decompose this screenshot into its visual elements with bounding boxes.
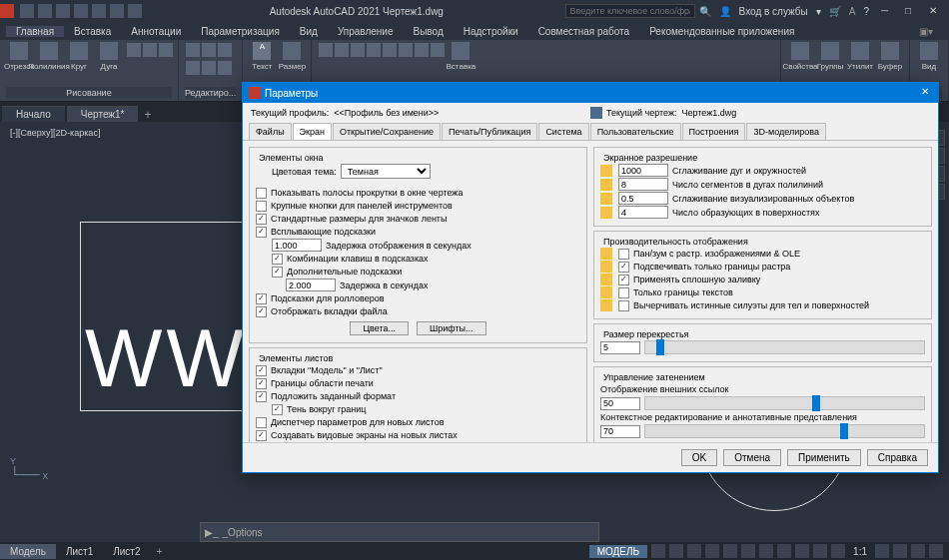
search-icon[interactable]: 🔍 [699, 6, 711, 17]
cb-silhouettes[interactable] [618, 300, 629, 311]
qat-save-icon[interactable] [56, 4, 70, 18]
tab-parametric[interactable]: Параметризация [191, 26, 290, 37]
cb-model-tabs[interactable] [256, 365, 267, 376]
status-full-icon[interactable] [911, 544, 925, 558]
command-line[interactable]: ▶_ _Options [200, 522, 599, 542]
status-tr-icon[interactable] [795, 544, 809, 558]
modify-icon[interactable] [202, 43, 216, 57]
tab-insert[interactable]: Вставка [64, 26, 121, 37]
status-osnap-icon[interactable] [723, 544, 737, 558]
status-gear-icon[interactable] [875, 544, 889, 558]
app-logo-icon[interactable] [0, 4, 14, 18]
opt-tab-3d[interactable]: 3D-моделирова [746, 123, 825, 140]
tab-annotate[interactable]: Аннотации [121, 26, 191, 37]
layer-icon[interactable] [351, 43, 365, 57]
view-button[interactable]: Вид [916, 42, 942, 78]
status-otrack-icon[interactable] [741, 544, 755, 558]
qat-redo-icon[interactable] [110, 4, 124, 18]
help-button[interactable]: Справка [867, 449, 928, 466]
search-input[interactable] [565, 4, 695, 18]
color-theme-select[interactable]: Темная [341, 164, 431, 179]
layer-icon[interactable] [335, 43, 349, 57]
clipboard-button[interactable]: Буфер [877, 42, 903, 78]
opt-tab-files[interactable]: Файлы [249, 123, 292, 140]
text-button[interactable]: AТекст [249, 42, 275, 78]
qat-undo-icon[interactable] [92, 4, 106, 18]
layer-icon[interactable] [367, 43, 381, 57]
cb-scrollbars[interactable] [256, 188, 267, 199]
hatch-icon[interactable] [143, 43, 157, 57]
window-maximize-icon[interactable]: □ [905, 5, 917, 17]
opt-tab-plot[interactable]: Печать/Публикация [442, 123, 537, 140]
layout-tab-2[interactable]: Лист2 [103, 544, 150, 559]
qat-open-icon[interactable] [38, 4, 52, 18]
status-sc-icon[interactable] [831, 544, 845, 558]
layout-tab-add[interactable]: + [151, 546, 169, 557]
status-scale[interactable]: 1:1 [849, 546, 871, 557]
insert-button[interactable]: Вставка [448, 42, 474, 78]
cb-ext-tips[interactable] [272, 267, 283, 278]
modify-icon[interactable] [186, 61, 200, 75]
opt-tab-display[interactable]: Экран [293, 123, 332, 140]
cb-filetabs[interactable] [256, 306, 267, 317]
slider-ctx[interactable] [644, 424, 925, 438]
qat-saveas-icon[interactable] [74, 4, 88, 18]
layout-tab-model[interactable]: Модель [0, 544, 56, 559]
tab-collab[interactable]: Совместная работа [528, 26, 640, 37]
doc-tab-add[interactable]: + [138, 108, 157, 122]
login-icon[interactable]: 👤 [719, 6, 731, 17]
cb-tooltips[interactable] [256, 227, 267, 238]
layout-tab-1[interactable]: Лист1 [56, 544, 103, 559]
layer-icon[interactable] [399, 43, 413, 57]
window-close-icon[interactable]: ✕ [929, 5, 941, 17]
opt-tab-user[interactable]: Пользовательские [590, 123, 681, 140]
tab-home[interactable]: Главная [6, 26, 64, 37]
arc-button[interactable]: Дуга [96, 42, 122, 78]
cb-textframe[interactable] [618, 287, 629, 298]
tab-view[interactable]: Вид [290, 26, 328, 37]
status-lw-icon[interactable] [777, 544, 791, 558]
layer-icon[interactable] [319, 43, 333, 57]
slider-xref[interactable] [644, 396, 925, 410]
cb-solidfill[interactable] [618, 275, 629, 285]
status-qp-icon[interactable] [813, 544, 827, 558]
inp-crosshair[interactable] [600, 341, 640, 354]
cb-printarea[interactable] [256, 378, 267, 389]
inp-tooltip-delay[interactable] [272, 239, 322, 252]
help-icon[interactable]: ? [863, 6, 869, 17]
panel-title-draw[interactable]: Рисование [6, 87, 172, 99]
line-button[interactable]: Отрезок [6, 42, 32, 78]
viewport-label[interactable]: [-][Сверху][2D-каркас] [10, 128, 100, 138]
panel-title-modify[interactable]: Редактиро... [185, 87, 236, 99]
properties-button[interactable]: Свойства [787, 42, 813, 78]
cancel-button[interactable]: Отмена [723, 449, 781, 466]
ellipse-icon[interactable] [159, 43, 173, 57]
inp-ext-delay[interactable] [286, 279, 336, 291]
inp-ctx-fade[interactable] [600, 425, 640, 438]
status-iso-icon[interactable] [893, 544, 907, 558]
cb-shortcut-tips[interactable] [272, 254, 283, 265]
status-polar-icon[interactable] [705, 544, 719, 558]
layer-icon[interactable] [383, 43, 397, 57]
opt-tab-opensave[interactable]: Открытие/Сохранение [333, 123, 441, 140]
inp-xref-fade[interactable] [600, 397, 640, 410]
layer-icon[interactable] [431, 43, 445, 57]
doc-tab-start[interactable]: Начало [2, 106, 65, 122]
rect-icon[interactable] [127, 43, 141, 57]
ribbon-collapse-icon[interactable]: ▣▾ [909, 26, 943, 37]
utilities-button[interactable]: Утилит [847, 42, 873, 78]
polyline-button[interactable]: Полилиния [36, 42, 62, 78]
chevron-down-icon[interactable]: ▾ [816, 6, 821, 17]
doc-tab-drawing[interactable]: Чертеж1* [67, 106, 139, 122]
qat-print-icon[interactable] [128, 4, 142, 18]
status-snap-icon[interactable] [669, 544, 683, 558]
modify-icon[interactable] [218, 43, 232, 57]
modify-icon[interactable] [218, 61, 232, 75]
status-dyn-icon[interactable] [759, 544, 773, 558]
cb-rasterframe[interactable] [618, 262, 629, 273]
status-model[interactable]: МОДЕЛЬ [589, 545, 647, 558]
layer-icon[interactable] [415, 43, 429, 57]
window-minimize-icon[interactable]: ─ [881, 5, 893, 17]
opt-tab-draft[interactable]: Построения [682, 123, 746, 140]
status-ortho-icon[interactable] [687, 544, 701, 558]
